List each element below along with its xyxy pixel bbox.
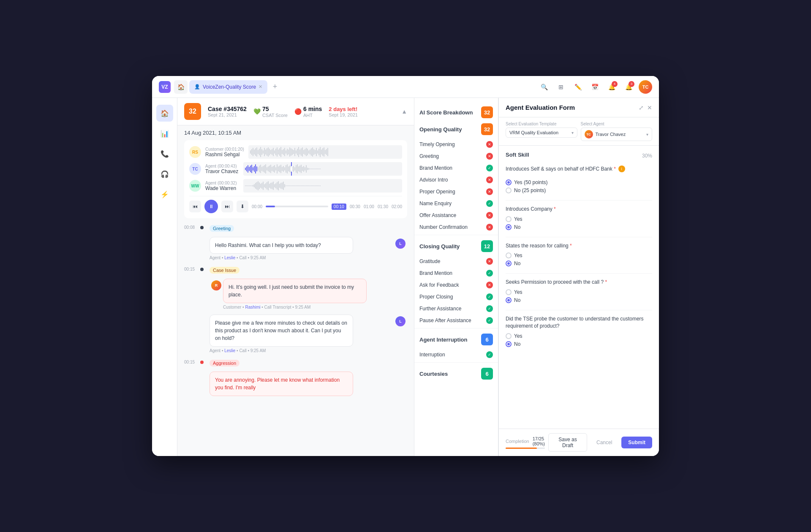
q4-option-yes[interactable]: Yes <box>506 289 652 295</box>
score-label-name-enquiry: Name Enquiry <box>419 201 452 206</box>
sidebar-item-home[interactable]: 🏠 <box>156 105 173 122</box>
question-1-text: Introduces Self & says on behalf of HDFC… <box>506 166 616 173</box>
sidebar-item-calls[interactable]: 📞 <box>156 145 173 162</box>
template-selector[interactable]: VRM Quality Evaluation ▾ <box>506 128 577 138</box>
chat-bubble-2: Hi. It's going well. I just need to subm… <box>223 279 367 303</box>
score-item-brand-mention-open: Brand Mention ✓ <box>414 162 498 174</box>
agent1-avatar: TC <box>189 163 201 175</box>
waveform-bars-customer <box>250 145 328 159</box>
soft-skill-label: Soft Skill <box>506 152 529 158</box>
q5-option-no[interactable]: No <box>506 341 652 347</box>
submit-button[interactable]: Submit <box>621 437 652 448</box>
question-4: Seeks Permission to proceed with the cal… <box>506 279 652 303</box>
time-bar: 00:00 00:10 00:30 01:00 01:30 02:00 <box>252 204 402 210</box>
aht-value: 6 mins <box>303 106 322 112</box>
home-button[interactable]: 🏠 <box>174 80 188 94</box>
q5-option-yes[interactable]: Yes <box>506 333 652 339</box>
q1-option-yes[interactable]: Yes (50 points) <box>506 179 652 185</box>
q4-option-no[interactable]: No <box>506 297 652 303</box>
edit-button[interactable]: ✏️ <box>571 80 585 94</box>
chat-bubble-4: You are annoying. Please let me know wha… <box>210 372 353 396</box>
waveform-agent1[interactable] <box>243 162 402 176</box>
playhead[interactable] <box>291 162 292 176</box>
score-label-advisor-intro: Advisor Intro <box>419 177 448 183</box>
q1-option-no[interactable]: No (25 points) <box>506 187 652 193</box>
sender-link-2[interactable]: Rashimi <box>245 305 260 309</box>
tab-close-button[interactable]: ✕ <box>259 84 262 90</box>
content-area: 32 Case #345762 Sept 21, 2021 💚 75 CSAT … <box>177 98 659 456</box>
q3-option-yes[interactable]: Yes <box>506 252 652 258</box>
score-label-offer-assistance: Offer Assistance <box>419 212 456 218</box>
completion-bar <box>506 448 545 449</box>
status-name-enquiry: ✓ <box>486 200 493 207</box>
chat-row-2: 00:15 Case Issue <box>184 265 407 274</box>
play-pause-button[interactable]: ⏸ <box>204 200 218 213</box>
deadline-section: 2 days left! Sept 19, 2021 <box>329 106 358 117</box>
cancel-button[interactable]: Cancel <box>591 437 618 448</box>
question-3-text: States the reason for calling * <box>506 242 652 250</box>
agent-chevron-icon: ▾ <box>646 132 648 137</box>
status-offer-assistance: ✕ <box>486 212 493 219</box>
deadline-label: 2 days left! <box>329 106 358 112</box>
csat-metric: 💚 75 CSAT Score <box>253 105 288 118</box>
time-130: 01:30 <box>378 204 388 209</box>
eval-title: Agent Evaluation Form <box>506 104 575 111</box>
q3-option-no[interactable]: No <box>506 261 652 266</box>
soft-skill-section-row: Soft Skill 30% <box>506 152 652 160</box>
rewind-button[interactable]: ⏮ <box>189 201 201 212</box>
user-avatar[interactable]: TC <box>639 80 652 94</box>
save-as-draft-button[interactable]: Save as Draft <box>548 433 587 452</box>
sidebar-item-support[interactable]: 🎧 <box>156 166 173 182</box>
opening-quality-score: 32 <box>481 123 493 135</box>
status-gratitude: ✕ <box>486 258 493 265</box>
notification2-button[interactable]: 🔔3 <box>622 80 635 94</box>
time-progress[interactable] <box>266 206 328 207</box>
agent-avatar-1: L <box>395 239 406 249</box>
waveform-customer[interactable] <box>248 145 402 159</box>
q-divider-4 <box>506 310 652 310</box>
score-label-timely-opening: Timely Opening <box>419 141 455 147</box>
add-tab-button[interactable]: + <box>269 81 281 93</box>
agent-selector[interactable]: TC Travor Chavez ▾ <box>581 128 653 141</box>
status-timely-opening: ✕ <box>486 141 493 148</box>
q1-info-dot: i <box>618 166 625 172</box>
chat-meta-3: Agent • Leslie • Call • 9:25 AM <box>210 348 394 353</box>
sidebar-item-analytics[interactable]: 📊 <box>156 125 173 142</box>
grid-button[interactable]: ⊞ <box>554 80 568 94</box>
tag-case: Case Issue <box>210 267 239 274</box>
sender-link-3[interactable]: Leslie <box>224 348 235 353</box>
expand-eval-icon[interactable]: ⤢ <box>639 104 644 111</box>
agent-label: Select Agent <box>581 122 653 126</box>
q3-label-yes: Yes <box>514 252 523 258</box>
score-item-greeting: Greeting ✕ <box>414 150 498 162</box>
q2-option-no[interactable]: No <box>506 224 652 230</box>
expand-button[interactable]: ▲ <box>401 108 407 115</box>
download-button[interactable]: ⬇ <box>237 201 248 212</box>
app-logo: VZ <box>159 81 171 93</box>
template-selector-group: Select Evaluation Template VRM Quality E… <box>506 122 577 141</box>
close-eval-icon[interactable]: ✕ <box>647 104 652 111</box>
status-further-assistance: ✓ <box>486 305 493 312</box>
score-label-further-assistance: Further Assistance <box>419 306 461 312</box>
playhead-dot[interactable] <box>291 166 292 172</box>
track-role-agent2: Agent (00:00:32) <box>205 181 239 185</box>
active-tab[interactable]: 👤 VoiceZen-Quality Score ✕ <box>189 80 267 94</box>
q2-option-yes[interactable]: Yes <box>506 216 652 222</box>
search-button[interactable]: 🔍 <box>537 80 551 94</box>
status-proper-opening: ✕ <box>486 188 493 195</box>
track-info-customer: Customer (00:01:20) Rashmi Sehgal <box>205 147 244 157</box>
interruption-score: 6 <box>481 334 493 345</box>
sender-link-1[interactable]: Leslie <box>224 255 235 260</box>
opening-quality-header: Opening Quality 32 <box>414 120 498 138</box>
notification1-button[interactable]: 🔔4 <box>605 80 618 94</box>
calendar-button[interactable]: 📅 <box>588 80 601 94</box>
q2-radio-no <box>506 224 512 230</box>
fast-forward-button[interactable]: ⏭ <box>221 201 233 212</box>
status-interruption: ✓ <box>486 351 493 358</box>
q1-label-no: No (25 points) <box>514 187 546 193</box>
closing-quality-header: Closing Quality 12 <box>414 237 498 255</box>
waveform-agent2[interactable] <box>243 179 402 193</box>
sidebar-item-activity[interactable]: ⚡ <box>156 186 173 203</box>
track-info-agent1: Agent (00:00:43) Travor Chavez <box>205 164 239 174</box>
notification1-badge: 4 <box>612 81 618 87</box>
